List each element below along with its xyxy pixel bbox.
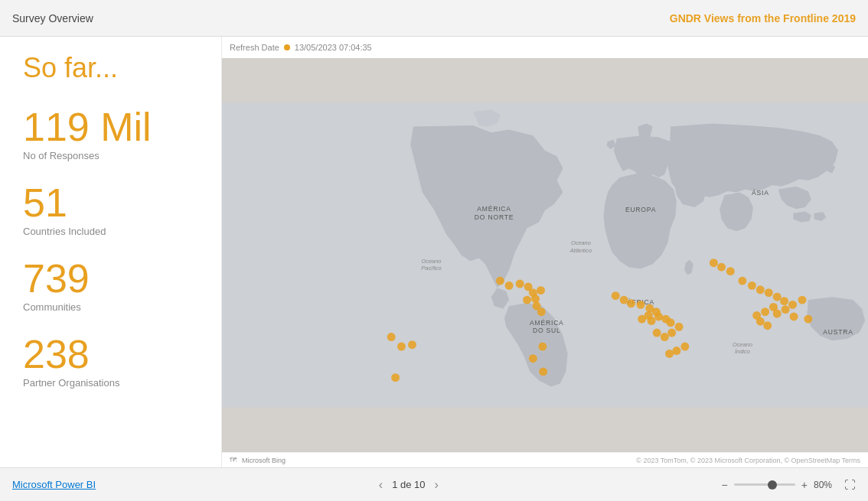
dot-7 bbox=[531, 294, 540, 303]
powerbi-link[interactable]: Microsoft Power BI bbox=[12, 479, 96, 490]
ocean-indico2: Índico bbox=[735, 348, 750, 355]
dot-48 bbox=[761, 307, 769, 316]
map-footer-left: 🗺 Microsoft Bing bbox=[230, 456, 286, 465]
dot-17 bbox=[539, 367, 547, 376]
dot-43 bbox=[765, 288, 773, 297]
map-footer: 🗺 Microsoft Bing © 2023 TomTom, © 2023 M… bbox=[222, 452, 868, 467]
dot-42 bbox=[756, 285, 765, 294]
header: Survey Overview GNDR Views from the Fron… bbox=[0, 0, 868, 37]
dot-10 bbox=[537, 307, 546, 316]
dot-32 bbox=[667, 329, 676, 337]
zoom-percent: 80% bbox=[814, 480, 832, 490]
ocean-atlantico2: Atlântico bbox=[569, 247, 592, 254]
dot-37 bbox=[710, 259, 718, 267]
ocean-indico: Oceano bbox=[733, 341, 752, 348]
dot-13 bbox=[387, 333, 396, 341]
dot-36 bbox=[665, 350, 674, 358]
dot-50 bbox=[756, 317, 765, 326]
stat-responses: 119 Mil No of Responses bbox=[23, 107, 198, 161]
bing-label: Microsoft Bing bbox=[242, 457, 286, 464]
dot-12 bbox=[529, 354, 537, 363]
region-label-samerica: AMÉRICA bbox=[530, 319, 564, 327]
dot-19 bbox=[620, 296, 628, 304]
zoom-slider-thumb[interactable] bbox=[768, 480, 777, 490]
bottom-bar: Microsoft Power BI ‹ 1 de 10 › − + 80% ⛶ bbox=[0, 467, 868, 501]
dot-29 bbox=[667, 318, 675, 327]
stat-partners: 238 Partner Organisations bbox=[23, 334, 198, 389]
dot-25 bbox=[638, 315, 646, 324]
dot-18 bbox=[612, 291, 620, 300]
communities-label: Communities bbox=[23, 301, 198, 313]
refresh-date: 13/05/2023 07:04:35 bbox=[295, 43, 372, 52]
stat-communities: 739 Communities bbox=[23, 259, 198, 313]
map-header: Refresh Date 13/05/2023 07:04:35 bbox=[222, 37, 868, 58]
region-label-asia: ÁSIA bbox=[752, 189, 769, 197]
dot-41 bbox=[748, 281, 756, 290]
dot-26 bbox=[648, 317, 656, 325]
dot-55 bbox=[798, 296, 807, 304]
ocean-pacifico: Oceano bbox=[422, 258, 442, 265]
responses-label: No of Responses bbox=[23, 150, 198, 161]
ocean-atlantico: Oceano bbox=[571, 239, 591, 246]
ocean-pacifico2: Pacífico bbox=[421, 265, 441, 272]
partners-number: 238 bbox=[23, 334, 198, 374]
page-title: Survey Overview bbox=[12, 12, 93, 24]
dot-6 bbox=[537, 286, 545, 294]
page-prev-button[interactable]: ‹ bbox=[379, 478, 383, 492]
map-area: Refresh Date 13/05/2023 07:04:35 bbox=[222, 37, 868, 467]
main-content: So far... 119 Mil No of Responses 51 Cou… bbox=[0, 37, 868, 467]
app-container: Survey Overview GNDR Views from the Fron… bbox=[0, 0, 868, 501]
dot-35 bbox=[672, 346, 680, 355]
region-label-austra: AUSTRA bbox=[823, 328, 853, 336]
zoom-plus[interactable]: + bbox=[801, 479, 808, 491]
map-footer-right: © 2023 TomTom, © 2023 Microsoft Corporat… bbox=[636, 457, 860, 464]
dot-31 bbox=[661, 333, 669, 341]
dot-44 bbox=[773, 293, 782, 301]
region-label-namerica2: DO NORTE bbox=[475, 213, 514, 221]
responses-number: 119 Mil bbox=[23, 107, 198, 147]
dot-21 bbox=[637, 301, 645, 309]
dot-54 bbox=[790, 313, 798, 321]
dot-34 bbox=[680, 343, 689, 351]
world-map-svg: AMÉRICA DO NORTE EUROPA ÁSIA ÁFRICA AMÉR… bbox=[222, 58, 868, 452]
refresh-label: Refresh Date bbox=[230, 43, 279, 52]
page-info: 1 de 10 bbox=[392, 479, 425, 490]
countries-label: Countries Included bbox=[23, 226, 198, 237]
dot-46 bbox=[788, 301, 797, 309]
dot-11 bbox=[538, 343, 547, 351]
region-label-europa: EUROPA bbox=[625, 206, 656, 213]
dot-20 bbox=[627, 299, 635, 307]
left-panel: So far... 119 Mil No of Responses 51 Cou… bbox=[0, 37, 222, 467]
dot-27 bbox=[654, 313, 663, 321]
page-next-button[interactable]: › bbox=[435, 478, 439, 492]
dot-33 bbox=[675, 323, 684, 331]
dot-8 bbox=[523, 296, 531, 304]
dot-39 bbox=[726, 267, 735, 275]
dot-53 bbox=[782, 305, 790, 314]
brand-title: GNDR Views from the Frontline 2019 bbox=[670, 12, 856, 24]
refresh-dot bbox=[284, 44, 290, 50]
zoom-minus[interactable]: − bbox=[722, 479, 728, 491]
bing-icon: 🗺 bbox=[230, 456, 239, 465]
dot-15 bbox=[408, 340, 416, 349]
dot-38 bbox=[717, 263, 726, 272]
pagination: ‹ 1 de 10 › bbox=[379, 478, 439, 492]
dot-16 bbox=[391, 373, 400, 382]
map-container[interactable]: AMÉRICA DO NORTE EUROPA ÁSIA ÁFRICA AMÉR… bbox=[222, 58, 868, 452]
region-label-namerica: AMÉRICA bbox=[477, 205, 511, 213]
dot-52 bbox=[773, 310, 782, 318]
so-far-label: So far... bbox=[23, 52, 198, 84]
dot-45 bbox=[780, 297, 788, 305]
dot-51 bbox=[763, 321, 772, 330]
region-label-samerica2: DO SUL bbox=[533, 327, 561, 334]
communities-number: 739 bbox=[23, 259, 198, 298]
zoom-slider-track[interactable] bbox=[734, 483, 795, 486]
stat-countries: 51 Countries Included bbox=[23, 183, 198, 237]
dot-3 bbox=[516, 280, 524, 288]
dot-30 bbox=[653, 329, 661, 337]
fullscreen-icon[interactable]: ⛶ bbox=[844, 478, 856, 491]
dot-2 bbox=[505, 281, 514, 290]
dot-40 bbox=[738, 277, 746, 285]
zoom-controls: − + 80% ⛶ bbox=[722, 478, 856, 491]
dot-1 bbox=[496, 277, 504, 285]
